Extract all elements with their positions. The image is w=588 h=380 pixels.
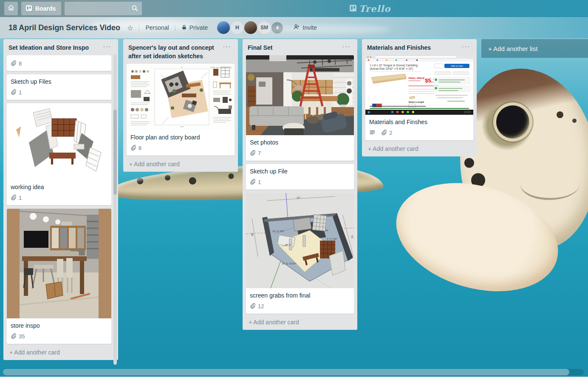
add-another-card-button[interactable]: + Add another card: [246, 317, 354, 326]
cover-set-photo: [246, 55, 354, 135]
member-avatar[interactable]: H: [231, 21, 243, 34]
card-working-idea[interactable]: working idea 1: [7, 103, 111, 205]
paperclip-icon: [250, 303, 256, 309]
paperclip-icon: [11, 333, 17, 339]
card-badges: 8: [11, 59, 107, 68]
add-another-card-button[interactable]: + Add another card: [127, 159, 235, 168]
card-badges: 1: [11, 193, 107, 202]
paperclip-icon: [250, 150, 256, 156]
card-badges: 7: [250, 149, 350, 157]
card-badges: 12: [250, 302, 350, 310]
board-privacy-button[interactable]: Private: [181, 24, 208, 31]
list-final-set: Final Set ···: [243, 39, 357, 330]
home-button[interactable]: [4, 2, 18, 15]
attachment-count: 6: [139, 145, 141, 151]
card-clipped-top[interactable]: 8: [7, 55, 111, 71]
cover-floor-plan-storyboard: COS-Set-022018 V2: [127, 64, 235, 130]
card-store-inspo[interactable]: store inspo 35: [7, 209, 111, 344]
lock-icon: [181, 24, 187, 31]
card-badges: 1: [250, 178, 350, 186]
team-label: Personal: [145, 24, 169, 31]
search-icon: [131, 5, 139, 14]
horizontal-scrollbar-thumb[interactable]: [3, 369, 569, 375]
card-sketch-up-files[interactable]: Sketch up Files 1: [7, 74, 111, 100]
list-menu-icon[interactable]: ···: [101, 43, 113, 50]
attachment-count: 2: [389, 129, 392, 136]
cover-browser-product-screenshot: 1 x 6 x 10' Tongue & Groove Carsiding (A…: [365, 55, 473, 115]
invite-person-add-icon: [293, 24, 300, 31]
star-board-button[interactable]: ☆: [127, 24, 133, 32]
home-icon: [7, 4, 15, 13]
card-set-photos[interactable]: Set photos 7: [246, 55, 354, 161]
list-scrollbar-track: [113, 54, 117, 365]
cloud: [263, 25, 391, 34]
svg-text:16': 16': [325, 229, 328, 232]
member-initials: H: [235, 25, 239, 31]
search-input[interactable]: [65, 2, 142, 15]
paperclip-icon: [381, 130, 387, 136]
trello-logo[interactable]: Trello: [349, 3, 391, 14]
card-title: Materials and Finshes: [369, 118, 469, 126]
list-menu-icon[interactable]: ···: [221, 43, 233, 50]
board-canvas: Set Ideation and Store Inspo ··· 8 Sketc…: [0, 38, 588, 380]
attachment-count: 12: [258, 303, 264, 309]
member-avatar[interactable]: [244, 21, 257, 34]
attachment-count: 1: [19, 89, 22, 96]
list-title: Materials and Finishes: [367, 43, 431, 52]
paperclip-icon: [130, 145, 136, 151]
add-another-list-button[interactable]: + Add another list: [481, 39, 588, 58]
attachment-count: 1: [258, 179, 261, 185]
invite-label: Invite: [302, 24, 317, 31]
paperclip-icon: [250, 179, 256, 185]
list-title: Set Ideation and Store Inspo: [8, 43, 89, 52]
svg-text:Add to Cart: Add to Cart: [451, 65, 463, 67]
card-sketch-up-file[interactable]: Sketch up File 1: [246, 164, 354, 190]
board-title[interactable]: 18 April Design Services Video: [8, 23, 120, 32]
svg-text:23' 11 5/8": 23' 11 5/8": [272, 230, 284, 233]
board-team-button[interactable]: Personal: [145, 24, 169, 31]
card-title: Sketch up Files: [11, 77, 107, 86]
cover-sketchup-room-render: 67' 46' 75' 23' 11 5/8" 24' 8 33' 11 13/…: [246, 193, 354, 288]
list-set-ideation-and-store-inspo: Set Ideation and Store Inspo ··· 8 Sketc…: [3, 39, 118, 360]
cover-sketchup-furniture-render: [7, 103, 111, 180]
top-nav-bar: Boards Trello: [0, 0, 588, 17]
svg-text:FINAL PRICE: FINAL PRICE: [409, 77, 425, 79]
boards-icon: [25, 5, 32, 13]
card-screen-grabs-from-final[interactable]: 67' 46' 75' 23' 11 5/8" 24' 8 33' 11 13/…: [246, 193, 354, 314]
add-another-card-button[interactable]: + Add another card: [7, 347, 115, 357]
svg-text:1 x 6 x 10' Tongue & Groove Ca: 1 x 6 x 10' Tongue & Groove Carsiding: [370, 64, 418, 67]
card-title: working idea: [11, 183, 107, 191]
invite-button[interactable]: Invite: [293, 24, 317, 31]
svg-text:1' 2 7/16": 1' 2 7/16": [327, 238, 337, 240]
list-menu-icon[interactable]: ···: [340, 43, 352, 50]
card-title: store inspo: [11, 321, 107, 330]
list-title: Final Set: [248, 43, 272, 52]
svg-text:67': 67': [297, 196, 300, 199]
boards-button[interactable]: Boards: [21, 2, 61, 15]
card-title: Set photos: [250, 138, 350, 147]
attachment-count: 1: [19, 194, 22, 201]
card-floor-plan-and-story-board[interactable]: COS-Set-022018 V2: [127, 64, 235, 156]
paperclip-icon: [11, 195, 17, 201]
card-materials-and-finshes[interactable]: 1 x 6 x 10' Tongue & Groove Carsiding (A…: [365, 55, 473, 140]
list-materials-and-finishes: Materials and Finishes ···: [362, 39, 477, 156]
card-title: Sketch up File: [250, 167, 350, 176]
search-box[interactable]: [65, 2, 142, 15]
attachment-count: 8: [19, 60, 22, 67]
attachment-count: 7: [258, 150, 261, 156]
card-badges: 6: [130, 144, 231, 152]
svg-text:24' 8: 24' 8: [285, 244, 291, 246]
card-badges: 35: [11, 332, 107, 340]
add-another-card-button[interactable]: + Add another card: [365, 144, 473, 153]
member-avatar[interactable]: [217, 21, 230, 34]
trello-logo-text: Trello: [359, 3, 391, 14]
card-badges: 2: [369, 128, 469, 137]
card-title: Floor plan and story board: [130, 133, 231, 142]
svg-text:33' 11 13/16": 33' 11 13/16": [282, 262, 297, 265]
paperclip-icon: [11, 89, 17, 95]
list-menu-icon[interactable]: ···: [460, 43, 472, 50]
board-header: 18 April Design Services Video ☆ Persona…: [0, 17, 588, 38]
boards-button-label: Boards: [35, 5, 56, 12]
list-scrollbar-thumb[interactable]: [113, 110, 117, 195]
description-icon: [369, 129, 376, 136]
